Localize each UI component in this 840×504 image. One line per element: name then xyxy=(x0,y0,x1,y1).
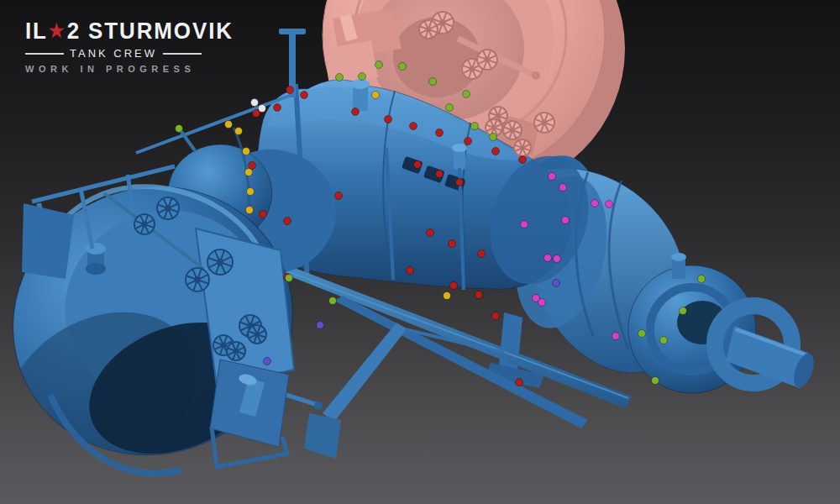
marker-dot-green xyxy=(375,61,383,69)
marker-dot-red xyxy=(427,229,434,237)
marker-dot-magenta xyxy=(591,200,599,207)
marker-dot-red xyxy=(519,156,527,164)
rule-line-left xyxy=(25,53,64,55)
marker-dot-green xyxy=(680,307,687,315)
marker-dot-red xyxy=(456,179,464,186)
marker-dot-green xyxy=(329,297,337,305)
linkage-rod xyxy=(323,323,407,422)
marker-dot-red xyxy=(492,148,500,155)
marker-dot-yellow xyxy=(444,292,451,300)
marker-dot-violet xyxy=(317,322,324,329)
marker-dot-yellow xyxy=(245,169,253,176)
marker-dot-red xyxy=(286,87,294,94)
marker-dot-yellow xyxy=(372,92,380,99)
marker-dot-green xyxy=(660,337,668,344)
marker-dot-green xyxy=(176,125,183,133)
marker-dot-magenta xyxy=(562,217,570,224)
marker-dot-red xyxy=(516,379,523,386)
marker-dot-green xyxy=(463,91,470,98)
marker-dot-magenta xyxy=(521,221,528,228)
marker-dot-red xyxy=(274,104,281,112)
marker-dot-white xyxy=(259,105,266,113)
marker-dot-green xyxy=(286,275,293,282)
marker-dot-magenta xyxy=(538,299,546,307)
marker-dot-green xyxy=(490,134,497,141)
marker-dot-red xyxy=(450,282,458,290)
marker-dot-green xyxy=(359,73,366,81)
marker-dot-yellow xyxy=(225,121,233,129)
logo-title-prefix: IL xyxy=(25,18,48,44)
marker-dot-violet xyxy=(264,358,271,365)
marker-dot-red xyxy=(410,123,417,130)
transmission-3d-model xyxy=(0,0,840,504)
logo-subtitle: TANK CREW xyxy=(70,47,157,60)
marker-dot-yellow xyxy=(247,188,255,196)
rule-line-right xyxy=(163,53,202,55)
marker-dot-magenta xyxy=(544,255,552,262)
marker-dot-red xyxy=(465,138,472,145)
marker-dot-red xyxy=(301,92,308,99)
logo-subtitle-row: TANK CREW xyxy=(25,47,202,60)
marker-dot-red xyxy=(436,129,444,137)
marker-dot-yellow xyxy=(246,207,254,214)
mount-foot xyxy=(304,413,341,459)
marker-dot-red xyxy=(407,267,414,275)
marker-dot-violet xyxy=(553,280,560,287)
marker-dot-red xyxy=(385,116,392,123)
marker-dot-green xyxy=(471,123,479,130)
marker-dot-red xyxy=(414,161,422,169)
marker-dot-red xyxy=(335,192,343,200)
marker-dot-red xyxy=(436,171,444,178)
logo-title-suffix: 2 STURMOVIK xyxy=(67,18,234,44)
marker-dot-red xyxy=(449,240,456,248)
marker-dot-magenta xyxy=(606,201,613,208)
work-in-progress-label: WORK IN PROGRESS xyxy=(25,64,202,74)
marker-dot-red xyxy=(478,250,486,258)
render-viewport: IL★2 STURMOVIK TANK CREW WORK IN PROGRES… xyxy=(0,0,840,504)
marker-dot-magenta xyxy=(612,333,620,340)
logo: IL★2 STURMOVIK TANK CREW WORK IN PROGRES… xyxy=(25,18,202,74)
star-icon: ★ xyxy=(48,20,67,41)
marker-dot-red xyxy=(475,291,483,299)
logo-title: IL★2 STURMOVIK xyxy=(25,18,195,45)
marker-dot-red xyxy=(260,211,267,218)
marker-dot-green xyxy=(638,330,646,338)
marker-dot-green xyxy=(399,63,407,71)
marker-dot-red xyxy=(492,312,500,320)
marker-dot-magenta xyxy=(554,255,561,263)
marker-dot-green xyxy=(698,276,706,283)
marker-dot-green xyxy=(446,104,454,112)
marker-dot-magenta xyxy=(559,184,567,192)
marker-dot-red xyxy=(284,218,291,225)
marker-dot-yellow xyxy=(235,128,243,135)
marker-dot-magenta xyxy=(549,173,556,181)
marker-dot-green xyxy=(652,377,659,385)
marker-dot-green xyxy=(429,78,437,86)
marker-dot-green xyxy=(336,74,344,81)
marker-dot-red xyxy=(352,108,360,116)
marker-dot-yellow xyxy=(243,148,250,155)
marker-dot-white xyxy=(251,99,259,107)
